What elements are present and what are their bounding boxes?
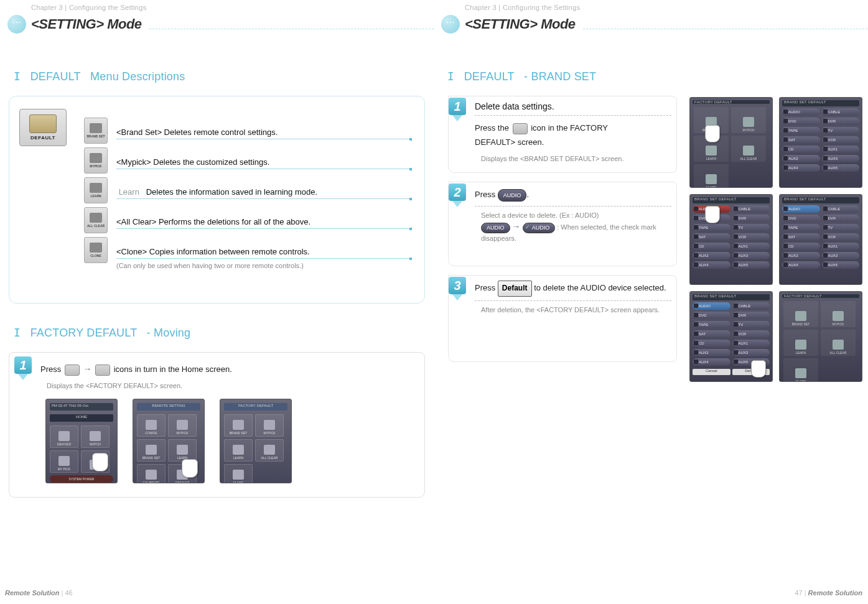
footer-left: Remote Solution | 46 — [5, 589, 73, 597]
remote-setting-shot: REMOTE SETTING CONFIG MYPICK BRAND SET L… — [133, 399, 205, 483]
footer-right: 47 | Remote Solution — [795, 589, 862, 597]
menu-item-all-clear: ALL CLEAR <All Clear> Performs the delet… — [84, 207, 412, 233]
step-3-desc: After deletion, the <FACTORY DEFAULT> sc… — [481, 305, 671, 315]
factory-default-shot: FACTORY DEFAULT BRAND SET MYPICK LEARN A… — [220, 399, 292, 483]
hand-pointer-icon — [751, 360, 766, 378]
thumbnails-column: FACTORY DEFAULT BRAND SET MYPICK LEARN A… — [689, 96, 867, 388]
page-right: Chapter 3 | Configuring the Settings <SE… — [434, 0, 867, 604]
step-1-result: Displays the <FACTORY DEFAULT> screen. — [47, 381, 409, 391]
audio-chip-unchecked-icon: AUDIO — [481, 223, 510, 234]
chapter-header: Chapter 3 | Configuring the Settings — [434, 0, 867, 14]
menu-item-brand-set: BRAND SET <Brand Set> Deletes remote con… — [84, 118, 412, 144]
arrow-icon: → — [83, 364, 91, 374]
default-folder-small-icon — [95, 365, 110, 376]
section-factory-default-heading: I FACTORY DEFAULT - Moving — [14, 326, 434, 340]
thumb-brand-set-default-1: BRAND SET DEFAULT AUDIOCABLE DVDDVR TAPE… — [779, 97, 862, 188]
step-number-2: 2 — [449, 184, 466, 201]
menu-item-mypick: MYPICK <Mypick> Deletes the customized s… — [84, 147, 412, 174]
brand-set-icon: BRAND SET — [84, 118, 108, 144]
step-1-box: 1 Delete data settings. Press the icon i… — [448, 96, 677, 173]
thumb-factory-default-result: FACTORY DEFAULT BRAND SET MYPICK LEARN A… — [779, 291, 862, 382]
thumb-brand-set-default-2a: BRAND SET DEFAULT AUDIOCABLE DVDDVR TAPE… — [689, 194, 773, 285]
setting-mode-icon — [7, 15, 26, 34]
section-brand-set-heading: I DEFAULT - BRAND SET — [447, 70, 867, 83]
step-number-1: 1 — [14, 356, 32, 374]
title-underline — [149, 29, 434, 29]
mypick-icon: MYPICK — [84, 147, 108, 174]
page-left: Chapter 3 | Configuring the Settings <SE… — [0, 0, 434, 604]
step-3-box: 3 Press Default to delete the AUDIO devi… — [448, 275, 677, 362]
section-default-menu-heading: I DEFAULT Menu Descriptions — [14, 70, 434, 83]
hand-pointer-icon — [92, 453, 108, 472]
brand-set-small-icon — [513, 123, 528, 134]
page-title: <SETTING> Mode — [31, 16, 142, 32]
step-2-desc: Select a device to delete. (Ex : AUDIO) … — [481, 210, 671, 244]
menu-item-learn: LEARN Learn Deletes the information save… — [84, 177, 412, 203]
setting-mode-icon — [441, 15, 460, 34]
menu-item-clone: CLONE <Clone> Copies information between… — [84, 237, 412, 263]
screenshots-row: PM 02:47 THU 05 Oct HOME DEVICES WATCH M… — [45, 399, 409, 483]
step-number-3: 3 — [449, 277, 466, 294]
factory-default-step-box: 1 Press → icons in turn in the Home scre… — [9, 352, 425, 498]
settings-wrench-icon — [65, 365, 80, 376]
title-row: <SETTING> Mode — [0, 15, 434, 34]
step-1-title: Delete data settings. — [475, 101, 671, 116]
clone-icon: CLONE — [84, 237, 108, 263]
hand-pointer-icon — [705, 206, 720, 223]
thumb-brand-set-default-2b: BRAND SET DEFAULT AUDIOCABLE DVDDVR TAPE… — [779, 194, 862, 285]
hand-pointer-icon — [705, 125, 720, 142]
step-2-title: Press AUDIO. — [475, 187, 671, 206]
step-number-1: 1 — [449, 98, 466, 115]
audio-chip-icon: AUDIO — [498, 189, 527, 202]
thumb-brand-set-default-3: BRAND SET DEFAULT AUDIOCABLE DVDDVR TAPE… — [689, 291, 773, 382]
step-1-instruction: Press → icons in turn in the Home screen… — [40, 361, 409, 377]
menu-list: BRAND SET <Brand Set> Deletes remote con… — [84, 118, 412, 269]
title-underline — [583, 29, 867, 29]
home-screen-shot: PM 02:47 THU 05 Oct HOME DEVICES WATCH M… — [45, 399, 118, 483]
steps-column: 1 Delete data settings. Press the icon i… — [444, 96, 686, 388]
hand-pointer-icon — [182, 459, 198, 478]
all-clear-icon: ALL CLEAR — [84, 207, 108, 233]
menu-item-clone-sub: (Can only be used when having two or mor… — [116, 262, 412, 269]
step-1-result: Displays the <BRAND SET DEFAULT> screen. — [481, 154, 671, 164]
title-row: <SETTING> Mode — [434, 15, 867, 34]
audio-chip-checked-icon: AUDIO — [523, 223, 556, 234]
default-folder-icon: DEFAULT — [19, 109, 67, 146]
default-button[interactable]: Default — [498, 281, 532, 297]
step-1-body: Press the icon in the FACTORY DEFAULT> s… — [475, 121, 671, 150]
page-title: <SETTING> Mode — [465, 16, 576, 32]
chapter-header: Chapter 3 | Configuring the Settings — [0, 0, 434, 14]
learn-icon: LEARN — [84, 177, 108, 203]
arrow-icon: → — [512, 221, 521, 231]
default-menu-box: DEFAULT BRAND SET <Brand Set> Deletes re… — [9, 96, 425, 304]
step-3-title: Press Default to delete the AUDIO device… — [475, 281, 671, 301]
thumb-factory-default: FACTORY DEFAULT BRAND SET MYPICK LEARN A… — [689, 97, 773, 188]
step-2-box: 2 Press AUDIO. Select a device to delete… — [448, 182, 677, 266]
